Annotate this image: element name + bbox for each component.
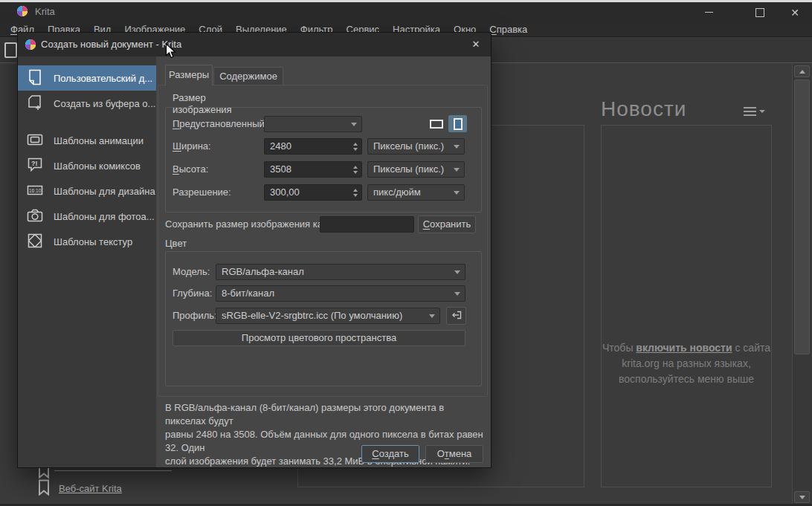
enable-news-link[interactable]: включить новости (636, 342, 732, 354)
scrollbar-thumb[interactable] (794, 80, 810, 354)
width-unit-combobox[interactable]: Пикселы (пикс.) (367, 138, 465, 155)
news-hint-text: Чтобы включить новости с сайта krita.org… (601, 340, 772, 387)
tab-content[interactable]: Содержимое (213, 67, 283, 85)
chevron-down-icon (454, 292, 460, 296)
import-profile-icon (451, 309, 463, 323)
photo-template-icon (25, 206, 45, 227)
save-size-name-input[interactable] (320, 216, 414, 233)
landscape-icon (430, 120, 443, 129)
dialog-title: Создать новый документ - Krita (41, 39, 181, 50)
window-title: Krita (35, 6, 55, 17)
bookmark-icon (38, 479, 50, 498)
maximize-button[interactable] (743, 2, 777, 22)
resolution-label: Разрешение: (173, 184, 231, 201)
dialog-close-button[interactable]: ✕ (468, 38, 484, 51)
resolution-spinbox[interactable]: 300,00 (264, 184, 362, 201)
chevron-down-icon (759, 110, 765, 113)
sidebar-item-animation-templates[interactable]: Шаблоны анимации (18, 128, 156, 153)
import-profile-button[interactable] (446, 307, 466, 325)
news-menu-button[interactable] (744, 103, 770, 120)
arrow-down-icon (799, 496, 805, 499)
height-spinbox[interactable]: 3508 (264, 161, 362, 178)
minimize-icon (705, 12, 713, 13)
hamburger-icon (744, 107, 756, 116)
color-space-browser-button[interactable]: Просмотр цветового пространства (173, 330, 465, 346)
preset-label: Предустановленный: (173, 116, 267, 132)
profile-label: Профиль: (173, 308, 217, 324)
depth-combobox[interactable]: 8-бит/канал (216, 285, 465, 302)
sidebar-item-photo-templates[interactable]: Шаблоны для фотоа... (18, 204, 156, 229)
model-label: Модель: (173, 264, 210, 280)
sidebar-item-texture-templates[interactable]: Шаблоны текстур (18, 229, 156, 254)
chevron-down-icon (454, 270, 460, 274)
spin-up-icon[interactable] (353, 143, 358, 146)
cancel-button[interactable]: Отмена (425, 445, 483, 463)
sidebar-item-design-templates[interactable]: 16:10 Шаблоны для дизайна (18, 178, 156, 204)
save-size-label: Сохранить размер изображения как: (165, 216, 329, 233)
color-group-title: Цвет (165, 238, 187, 250)
profile-combobox[interactable]: sRGB-elle-V2-srgbtrc.icc (По умолчанию) (216, 308, 440, 324)
comics-template-icon: ?! (25, 155, 45, 177)
height-unit-combobox[interactable]: Пикселы (пикс.) (367, 161, 465, 178)
resolution-unit-combobox[interactable]: пикс/дюйм (367, 184, 465, 201)
svg-text:16:10: 16:10 (29, 188, 42, 193)
new-document-dialog: Создать новый документ - Krita ✕ Пользов… (18, 33, 491, 467)
svg-text:?!: ?! (31, 160, 38, 167)
news-title: Новости (601, 97, 686, 121)
krita-logo-icon (25, 39, 36, 53)
design-template-icon: 16:10 (25, 181, 45, 202)
chevron-down-icon (351, 123, 357, 126)
hidden-link-underline (54, 470, 172, 471)
save-size-button[interactable]: Сохранить (418, 215, 476, 233)
spin-down-icon[interactable] (353, 194, 358, 197)
spin-down-icon[interactable] (353, 171, 358, 174)
krita-website-link[interactable]: Веб-сайт Krita (59, 483, 122, 494)
close-icon: ✕ (472, 39, 480, 50)
close-button[interactable]: ✕ (778, 2, 812, 22)
spin-down-icon[interactable] (353, 148, 358, 151)
landscape-orientation-button[interactable] (428, 115, 445, 132)
preset-combobox[interactable] (264, 116, 362, 132)
toolbar-new-document-icon[interactable] (4, 42, 17, 58)
close-icon: ✕ (790, 7, 799, 19)
portrait-icon (454, 118, 463, 130)
model-combobox[interactable]: RGB/альфа-канал (216, 264, 465, 280)
minimize-button[interactable] (692, 2, 726, 22)
width-label: Ширина: (173, 138, 211, 155)
dialog-sidebar: Пользовательский д... Создать из буфера … (18, 56, 156, 467)
krita-window: Krita ✕ Файл Правка Вид Изображение Слой… (0, 0, 812, 506)
maximize-icon (755, 8, 764, 17)
custom-document-icon (25, 68, 45, 89)
chevron-down-icon (429, 314, 435, 318)
scrollbar-down-button[interactable] (794, 491, 810, 503)
scrollbar-up-button[interactable] (794, 65, 810, 77)
arrow-up-icon (799, 70, 805, 74)
create-button[interactable]: Создать (361, 445, 419, 463)
sidebar-item-comics-templates[interactable]: ?! Шаблоны комиксов (18, 153, 156, 178)
dialog-titlebar[interactable]: Создать новый документ - Krita ✕ (18, 33, 491, 56)
chevron-down-icon (454, 191, 460, 195)
sidebar-item-custom-document[interactable]: Пользовательский д... (18, 65, 156, 91)
depth-label: Глубина: (173, 285, 212, 302)
chevron-down-icon (454, 145, 460, 149)
animation-template-icon (25, 130, 45, 152)
portrait-orientation-button[interactable] (448, 115, 467, 132)
window-titlebar[interactable]: Krita ✕ (0, 2, 812, 22)
texture-template-icon (25, 231, 45, 253)
mouse-cursor (165, 43, 176, 62)
spin-up-icon[interactable] (353, 189, 358, 192)
chevron-down-icon (454, 168, 460, 172)
news-panel (601, 125, 772, 487)
width-spinbox[interactable]: 2480 (264, 138, 362, 155)
spin-up-icon[interactable] (353, 166, 358, 169)
window-top-border (0, 0, 812, 2)
footer-website-item[interactable]: Веб-сайт Krita (38, 479, 122, 498)
tab-dimensions[interactable]: Размеры (165, 65, 213, 85)
clipboard-document-icon (25, 93, 45, 114)
krita-logo-icon (16, 5, 28, 19)
height-label: Высота: (173, 161, 208, 178)
sidebar-item-clipboard[interactable]: Создать из буфера о... (18, 91, 156, 116)
